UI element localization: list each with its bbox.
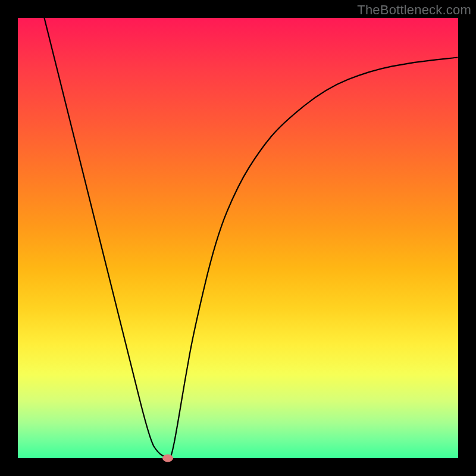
chart-frame [18, 18, 458, 458]
watermark-text: TheBottleneck.com [357, 2, 471, 18]
bottleneck-curve [18, 18, 458, 458]
minimum-marker [162, 455, 173, 462]
